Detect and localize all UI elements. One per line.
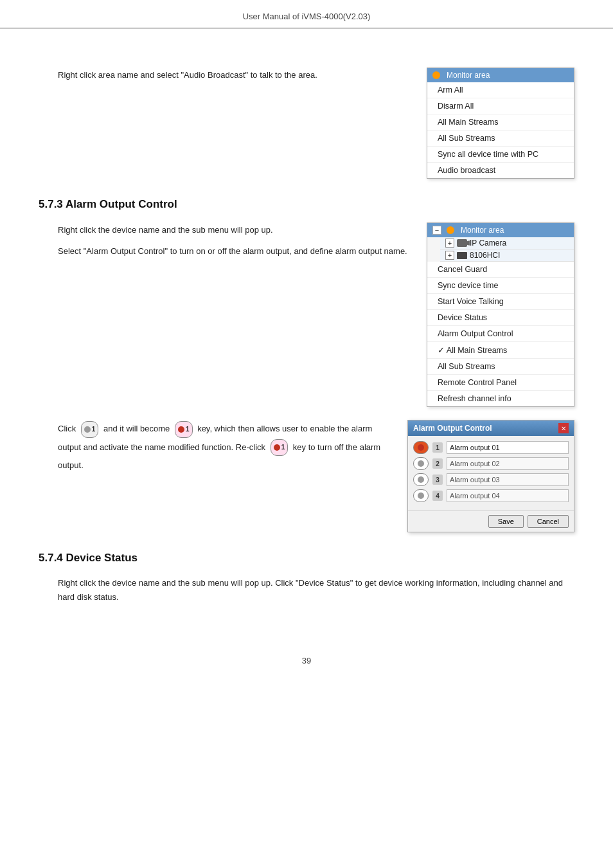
context-menu1-header: Monitor area — [427, 68, 574, 82]
menu2-refresh-channel[interactable]: Refresh channel info — [427, 391, 574, 406]
key-num-3: 1 — [281, 440, 285, 455]
dialog-title: Alarm Output Control — [413, 424, 492, 433]
alarm-input-2[interactable] — [447, 457, 569, 470]
alarm-btn-2[interactable] — [413, 457, 429, 470]
menu1-all-sub-streams[interactable]: All Sub Streams — [427, 131, 574, 147]
dialog-close-button[interactable]: ✕ — [558, 423, 569, 433]
key-num-1: 1 — [92, 422, 96, 437]
tree-ip-camera[interactable]: + IP Camera — [440, 237, 574, 249]
menu1-disarm-all[interactable]: Disarm All — [427, 98, 574, 114]
key-num-2: 1 — [186, 422, 190, 437]
context-menu1-title: Monitor area — [447, 71, 490, 80]
context-menu2-header: − Monitor area — [427, 223, 574, 237]
key-dot-gray — [84, 426, 91, 433]
alarm-row-1: 1 — [413, 441, 569, 454]
alarm-btn-4[interactable] — [413, 489, 429, 502]
dialog-save-button[interactable]: Save — [488, 515, 524, 528]
page-number: 39 — [0, 637, 613, 672]
tree-8106hci[interactable]: + 8106HCI — [440, 249, 574, 262]
menu2-all-main-streams[interactable]: All Main Streams — [427, 342, 574, 359]
section2b-para1: Click — [58, 424, 76, 433]
header-title: User Manual of iVMS-4000(V2.03) — [243, 12, 371, 21]
menu2-alarm-output-control[interactable]: Alarm Output Control — [427, 326, 574, 342]
section2b-para2: and it will become — [103, 424, 170, 433]
alarm-row-3: 3 — [413, 473, 569, 486]
alarm-dot-4 — [418, 493, 424, 499]
key-dot-active — [178, 426, 184, 433]
alarm-btn-1[interactable] — [413, 441, 429, 454]
alarm-num-2: 2 — [432, 458, 443, 469]
menu2-all-sub-streams[interactable]: All Sub Streams — [427, 359, 574, 375]
section1-intro: Right click area name and select "Audio … — [39, 68, 407, 85]
section2-p2: Select "Alarm Output Control" to turn on… — [39, 244, 407, 258]
camera-icon — [457, 239, 467, 247]
menu1-all-main-streams[interactable]: All Main Streams — [427, 114, 574, 131]
tree-ip-camera-label: IP Camera — [470, 239, 506, 248]
expand-ip-camera[interactable]: + — [445, 239, 454, 248]
alarm-num-3: 3 — [432, 475, 443, 485]
alarm-input-4[interactable] — [447, 489, 569, 502]
menu2-start-voice-talking[interactable]: Start Voice Talking — [427, 294, 574, 310]
dialog-cancel-button[interactable]: Cancel — [528, 515, 569, 528]
alarm-dot-1 — [418, 444, 424, 451]
key-dot-active2 — [274, 444, 280, 451]
tree-8106hci-label: 8106HCI — [470, 251, 500, 260]
key-icon-3[interactable]: 1 — [271, 439, 289, 456]
context-menu-1: Monitor area Arm All Disarm All All Main… — [427, 68, 574, 179]
menu2-remote-control[interactable]: Remote Control Panel — [427, 375, 574, 391]
context-menu-2: − Monitor area + IP Camera + 8106HCI — [427, 222, 574, 407]
alarm-btn-3[interactable] — [413, 473, 429, 486]
alarm-input-1[interactable] — [447, 441, 569, 454]
menu1-arm-all[interactable]: Arm All — [427, 82, 574, 98]
dialog-body: 1 2 — [408, 436, 574, 511]
menu1-audio-broadcast[interactable]: Audio broadcast — [427, 163, 574, 178]
dvr-icon — [457, 252, 467, 259]
alarm-row-4: 4 — [413, 489, 569, 502]
alarm-output-dialog: Alarm Output Control ✕ 1 — [407, 420, 574, 532]
alarm-num-4: 4 — [432, 491, 443, 501]
menu2-sync-device-time[interactable]: Sync device time — [427, 278, 574, 294]
page-header: User Manual of iVMS-4000(V2.03) — [0, 0, 613, 28]
alarm-dot-3 — [418, 476, 424, 483]
dialog-title-bar: Alarm Output Control ✕ — [408, 420, 574, 436]
context-menu2-title: Monitor area — [461, 226, 504, 235]
section2-intro: Right click the device name and the sub … — [39, 222, 407, 259]
menu1-sync-time[interactable]: Sync all device time with PC — [427, 147, 574, 163]
tree-expand-root[interactable]: − — [432, 226, 441, 235]
section2-p1: Right click the device name and the sub … — [39, 222, 407, 237]
section3-heading: 5.7.4 Device Status — [39, 552, 574, 565]
section3-text: Right click the device name and the sub … — [39, 576, 574, 604]
alarm-input-3[interactable] — [447, 473, 569, 486]
key-icon-1[interactable]: 1 — [81, 421, 99, 438]
menu2-device-status[interactable]: Device Status — [427, 310, 574, 326]
section2-heading: 5.7.3 Alarm Output Control — [39, 198, 574, 211]
expand-8106hci[interactable]: + — [445, 251, 454, 260]
menu2-cancel-guard[interactable]: Cancel Guard — [427, 262, 574, 278]
section2b-text: Click 1 and it will become 1 key, which … — [39, 420, 388, 483]
key-icon-2[interactable]: 1 — [175, 421, 193, 438]
monitor-icon1 — [432, 71, 440, 79]
dialog-footer: Save Cancel — [408, 511, 574, 532]
alarm-num-1: 1 — [432, 442, 443, 453]
alarm-dot-2 — [418, 460, 424, 467]
monitor-icon2 — [447, 226, 454, 234]
alarm-row-2: 2 — [413, 457, 569, 470]
